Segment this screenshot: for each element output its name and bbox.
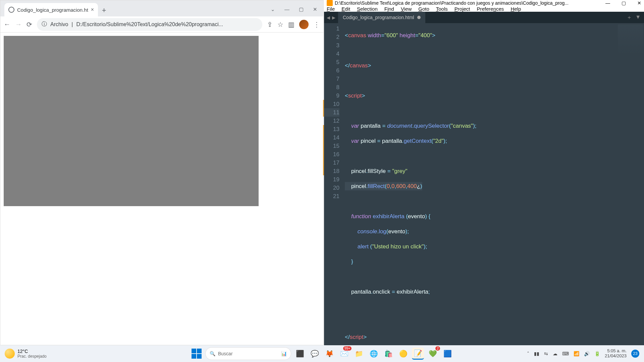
chevron-down-icon[interactable]: ⌄: [271, 6, 275, 12]
search-placeholder: Buscar: [218, 351, 233, 356]
url-divider: |: [71, 21, 73, 27]
system-tray: ˄ ▮▮ ⇆ ☁ ⌨ 📶 🔊 🔋 5:05 a. m. 21/04/2023 2…: [527, 349, 639, 359]
menu-view[interactable]: View: [401, 6, 412, 12]
close-icon[interactable]: ✕: [313, 6, 317, 12]
bookmark-icon[interactable]: ☆: [277, 20, 283, 28]
forward-button[interactable]: →: [15, 20, 22, 28]
sublime-icon: [327, 0, 333, 6]
whatsapp-icon[interactable]: 💚2: [427, 348, 439, 360]
menu-bar: File Edit Selection Find View Goto Tools…: [324, 6, 644, 12]
line-gutter: 123456789 101112 13141516 1718192021: [324, 23, 343, 355]
maximize-icon[interactable]: ▢: [622, 0, 626, 6]
store-icon[interactable]: 🛍️: [382, 348, 394, 360]
tray-app-icon[interactable]: ▮▮: [534, 351, 539, 356]
globe-icon: [8, 7, 14, 13]
search-box[interactable]: 🔍 Buscar 📊: [205, 347, 291, 360]
minimize-icon[interactable]: —: [605, 0, 610, 6]
battery-icon[interactable]: 🔋: [594, 351, 600, 356]
menu-tools[interactable]: Tools: [436, 6, 448, 12]
back-button[interactable]: ←: [4, 20, 10, 28]
tab-label: Codigo_logica_programacion.html: [343, 15, 414, 20]
add-tab-icon[interactable]: ＋: [627, 14, 632, 21]
minimap[interactable]: [618, 24, 643, 55]
menu-file[interactable]: File: [327, 6, 335, 12]
new-tab-button[interactable]: +: [98, 4, 110, 16]
editor-area[interactable]: 123456789 101112 13141516 1718192021 <ca…: [324, 23, 644, 355]
close-icon[interactable]: ×: [91, 7, 94, 13]
url-text: D:/Escritorio/Sublime%20Text/Logica%20de…: [76, 21, 223, 27]
menu-goto[interactable]: Goto: [418, 6, 429, 12]
close-icon[interactable]: ✕: [637, 0, 641, 6]
luna-icon[interactable]: 🟦: [441, 348, 453, 360]
menu-find[interactable]: Find: [384, 6, 394, 12]
profile-avatar[interactable]: [299, 20, 309, 29]
chrome-tabstrip: Codigo_logica_programacion.ht × + ⌄ — ▢ …: [0, 0, 323, 16]
search-extras-icon: 📊: [281, 351, 287, 356]
tray-sync-icon[interactable]: ⇆: [544, 351, 548, 356]
tab-list-icon[interactable]: ▼: [635, 14, 641, 21]
url-scheme: Archivo: [50, 21, 68, 27]
menu-help[interactable]: Help: [511, 6, 521, 12]
window-controls: ⌄ — ▢ ✕: [271, 6, 323, 16]
minimize-icon[interactable]: —: [284, 6, 289, 12]
weather-desc: Prac. despejado: [17, 354, 47, 359]
weather-widget[interactable]: 12°C Prac. despejado: [5, 349, 47, 359]
canvas-element[interactable]: [4, 36, 259, 206]
teams-icon[interactable]: 💬: [309, 348, 321, 360]
chrome-tab[interactable]: Codigo_logica_programacion.ht ×: [4, 3, 98, 16]
clock[interactable]: 5:05 a. m. 21/04/2023: [605, 349, 627, 359]
temperature: 12°C: [17, 349, 47, 354]
tab-nav-back-icon[interactable]: ◀: [327, 15, 330, 20]
address-bar[interactable]: ⓘ Archivo | D:/Escritorio/Sublime%20Text…: [37, 18, 262, 31]
notifications-badge[interactable]: 23: [631, 350, 639, 358]
sidepanel-icon[interactable]: ▥: [288, 20, 294, 28]
reload-button[interactable]: ⟳: [26, 20, 32, 28]
firefox-icon[interactable]: 🦊: [323, 348, 335, 360]
explorer-icon[interactable]: 📁: [353, 348, 365, 360]
search-icon: 🔍: [210, 351, 215, 356]
sun-icon: [5, 349, 15, 359]
menu-icon[interactable]: ⋮: [313, 20, 320, 28]
tab-title: Codigo_logica_programacion.ht: [17, 7, 88, 13]
chrome-viewport: [0, 33, 323, 209]
sublime-tabbar: ◀ ▶ Codigo_logica_programacion.html ＋ ▼: [324, 12, 644, 23]
info-icon: ⓘ: [42, 21, 47, 28]
taskview-icon[interactable]: ⬛: [294, 348, 306, 360]
unsaved-dot-icon: [417, 16, 421, 19]
chrome-icon[interactable]: 🟡: [397, 348, 409, 360]
tray-keyboard-icon[interactable]: ⌨: [562, 351, 569, 356]
menu-selection[interactable]: Selection: [357, 6, 378, 12]
wifi-icon[interactable]: 📶: [574, 351, 579, 356]
tray-cloud-icon[interactable]: ☁: [553, 351, 557, 356]
menu-preferences[interactable]: Preferences: [477, 6, 504, 12]
windows-taskbar: 12°C Prac. despejado 🔍 Buscar 📊 ⬛ 💬 🦊 ✉️…: [0, 345, 644, 362]
tray-overflow-icon[interactable]: ˄: [527, 351, 529, 356]
volume-icon[interactable]: 🔊: [584, 351, 590, 356]
sublime-window: D:\Escritorio\Sublime Text\Logica de pro…: [324, 0, 644, 345]
menu-edit[interactable]: Edit: [341, 6, 350, 12]
sublime-taskbar-icon[interactable]: 📝: [412, 348, 424, 360]
edge-icon[interactable]: 🌐: [368, 348, 380, 360]
taskbar-center: 🔍 Buscar 📊 ⬛ 💬 🦊 ✉️99+ 📁 🌐 🛍️ 🟡 📝 💚2 🟦: [191, 347, 453, 360]
code-content[interactable]: <canvas width="600" height="400"> </canv…: [343, 23, 644, 355]
share-icon[interactable]: ⇪: [267, 20, 273, 28]
window-title: D:\Escritorio\Sublime Text\Logica de pro…: [335, 0, 569, 6]
chrome-toolbar: ← → ⟳ ⓘ Archivo | D:/Escritorio/Sublime%…: [0, 16, 323, 33]
start-button[interactable]: [191, 348, 203, 360]
menu-project[interactable]: Project: [454, 6, 470, 12]
maximize-icon[interactable]: ▢: [299, 6, 304, 12]
sublime-titlebar: D:\Escritorio\Sublime Text\Logica de pro…: [324, 0, 644, 6]
mail-icon[interactable]: ✉️99+: [338, 348, 350, 360]
editor-tab[interactable]: Codigo_logica_programacion.html: [338, 12, 425, 23]
tab-nav-fwd-icon[interactable]: ▶: [332, 15, 335, 20]
chrome-window: Codigo_logica_programacion.ht × + ⌄ — ▢ …: [0, 0, 324, 345]
